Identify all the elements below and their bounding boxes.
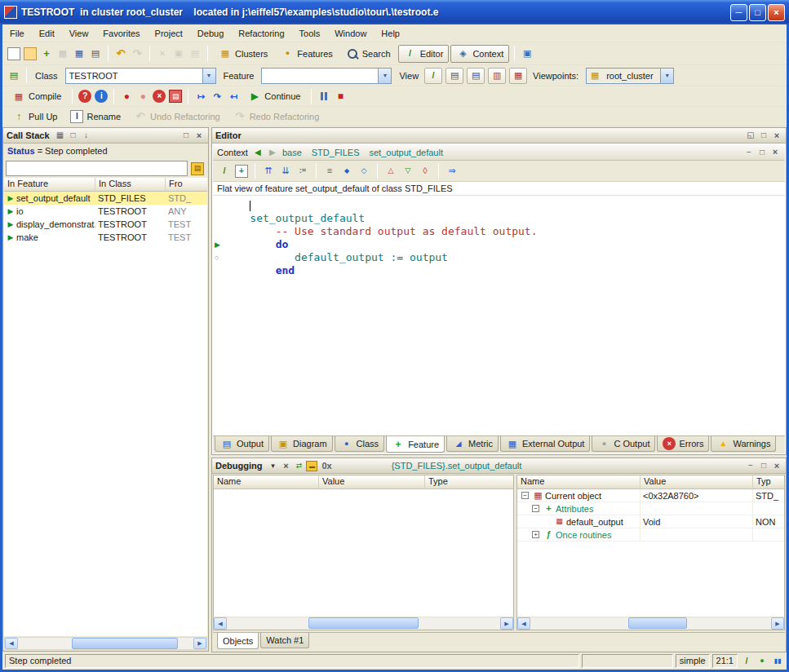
scroll-track[interactable]: [227, 617, 500, 630]
context-button[interactable]: ◈Context: [450, 45, 509, 63]
call-stack-row[interactable]: ▶makeTESTROOTTEST: [4, 231, 207, 244]
minimize-button[interactable]: ─: [730, 4, 747, 21]
menu-favorites[interactable]: Favorites: [95, 26, 147, 41]
menu-help[interactable]: Help: [374, 26, 407, 41]
viewpoints-combo[interactable]: ▦root_cluster▼: [586, 68, 674, 84]
editor-tab-feature[interactable]: +Feature: [386, 436, 445, 453]
breakpoint-slot[interactable]: ○: [215, 251, 219, 264]
collapse-expander-icon[interactable]: −: [532, 505, 539, 512]
save-icon[interactable]: ▦: [56, 47, 69, 60]
call-stack-column-in-feature[interactable]: In Feature: [4, 178, 95, 192]
editor-titlebar[interactable]: Editor ◱□×: [212, 128, 786, 144]
contract-view-icon-button[interactable]: ▦: [509, 68, 527, 84]
homonyms-icon[interactable]: ◊: [419, 165, 432, 178]
rename-button[interactable]: IRename: [64, 108, 126, 126]
watch-column-name[interactable]: Name: [214, 475, 319, 489]
float-panel-icon[interactable]: ◱: [745, 130, 756, 141]
feature-combo[interactable]: ▼: [261, 68, 392, 84]
interface-view-tool-icon[interactable]: ◇: [357, 165, 370, 178]
memory-icon[interactable]: ▮▮: [771, 655, 784, 668]
remove-breakpoints-icon[interactable]: ×: [153, 90, 166, 103]
watch-column-type[interactable]: Type: [425, 475, 513, 489]
current-line-arrow[interactable]: ▶: [215, 238, 220, 251]
class-combo-dropdown-icon[interactable]: ▼: [202, 69, 215, 83]
close-panel-icon[interactable]: ×: [771, 461, 782, 471]
assigners-icon[interactable]: :=: [296, 165, 309, 178]
scroll-left-button[interactable]: ◀: [214, 617, 227, 630]
object-tree-row[interactable]: +ƒOnce routines: [517, 528, 784, 542]
editor-tab-metric[interactable]: ◢Metric: [446, 436, 499, 452]
close-tool-icon[interactable]: ×: [280, 461, 291, 471]
min-panel-icon[interactable]: −: [743, 147, 755, 157]
scroll-left-button[interactable]: ◀: [517, 617, 530, 630]
code-text[interactable]: set_output_default -- Use standard outpu…: [224, 196, 785, 435]
flat-view-tool-icon[interactable]: ≡: [323, 165, 336, 178]
object-tree-row[interactable]: −+Attributes: [517, 502, 784, 515]
new-file-icon[interactable]: [7, 47, 20, 60]
compile-button[interactable]: ▦Compile: [7, 87, 67, 105]
editor-tab-class[interactable]: ●Class: [335, 436, 385, 452]
title-bar[interactable]: TESTROOT in cluster root_cluster located…: [0, 0, 789, 24]
editor-tab-output[interactable]: ▤Output: [215, 436, 269, 452]
scroll-left-button[interactable]: ◀: [5, 638, 18, 649]
breadcrumb-std-files[interactable]: STD_FILES: [312, 148, 360, 157]
undo-icon[interactable]: ↶: [114, 47, 127, 60]
editor-tab-warnings[interactable]: ▲Warnings: [711, 436, 776, 452]
scroll-thumb[interactable]: [308, 617, 419, 629]
watch-column-value[interactable]: Value: [319, 475, 425, 489]
editor-tab-c-output[interactable]: ●C Output: [592, 436, 655, 452]
scroll-track[interactable]: [18, 638, 193, 649]
open-new-editor-icon[interactable]: +: [235, 165, 248, 178]
close-panel-icon[interactable]: ×: [193, 130, 205, 141]
call-stack-column-in-class[interactable]: In Class: [95, 178, 166, 192]
scroll-thumb[interactable]: [628, 617, 687, 629]
object-column-typ[interactable]: Typ: [753, 475, 784, 489]
call-stack-row[interactable]: ▶set_output_defaultSTD_FILESSTD_: [4, 192, 207, 205]
edit-view-icon-button[interactable]: /: [424, 68, 442, 84]
descendants-icon[interactable]: ▽: [401, 165, 414, 178]
callers-icon[interactable]: ⇈: [262, 165, 275, 178]
editor-tab-errors[interactable]: ×Errors: [657, 436, 709, 452]
scroll-right-button[interactable]: ▶: [500, 617, 513, 630]
save-call-stack-icon[interactable]: ▦: [55, 130, 66, 141]
close-panel-icon[interactable]: ×: [771, 130, 782, 141]
maximize-button[interactable]: □: [749, 4, 766, 21]
continue-button[interactable]: ▶Continue: [242, 87, 306, 105]
pin-panel-icon[interactable]: □: [68, 130, 79, 141]
class-tool-icon[interactable]: ▤: [7, 69, 20, 82]
edit-feature-icon[interactable]: /: [218, 165, 231, 178]
undo-refactoring-button[interactable]: ↶Undo Refactoring: [128, 108, 226, 126]
new-class-icon[interactable]: +: [40, 47, 53, 60]
breadcrumb-set-output-default[interactable]: set_output_default: [369, 148, 443, 157]
info-icon[interactable]: i: [95, 90, 108, 103]
menu-file[interactable]: File: [2, 26, 32, 41]
breakpoints-tool-icon[interactable]: ▤: [169, 90, 182, 103]
help-breakpoint-icon[interactable]: ?: [78, 90, 91, 103]
redo-icon[interactable]: ↷: [131, 47, 144, 60]
cut-icon[interactable]: ×: [156, 47, 169, 60]
new-window-icon[interactable]: ▣: [521, 47, 534, 60]
max-panel-icon[interactable]: □: [758, 130, 769, 141]
max-panel-icon[interactable]: □: [758, 461, 769, 471]
horizontal-scrollbar[interactable]: ◀▶: [517, 617, 784, 630]
debug-tab-objects[interactable]: Objects: [217, 633, 259, 649]
breadcrumb-base[interactable]: base: [282, 148, 302, 157]
object-tree-row[interactable]: −▦Current object<0x32A8760>STD_: [517, 489, 784, 502]
feature-combo-dropdown-icon[interactable]: ▼: [378, 69, 391, 83]
call-stack-filter-input[interactable]: [6, 161, 188, 176]
object-column-value[interactable]: Value: [641, 475, 753, 489]
hex-format-toggle[interactable]: 0x: [321, 461, 331, 471]
object-column-name[interactable]: Name: [517, 475, 641, 489]
debugging-titlebar[interactable]: Debugging ▾×⇄▬ 0x {STD_FILES}.set_output…: [212, 458, 786, 474]
open-file-icon[interactable]: [24, 47, 37, 60]
copy-icon[interactable]: ▣: [172, 47, 185, 60]
menu-project[interactable]: Project: [148, 26, 190, 41]
scroll-right-button[interactable]: ▶: [193, 638, 206, 649]
edit-mode-icon[interactable]: /: [740, 655, 753, 668]
max-panel-icon[interactable]: □: [756, 147, 768, 157]
object-tree-body[interactable]: −▦Current object<0x32A8760>STD_−+Attribu…: [517, 489, 784, 617]
call-stack-row[interactable]: ▶display_demonstrat...TESTROOTTEST: [4, 218, 207, 231]
editor-tab-diagram[interactable]: ▣Diagram: [271, 436, 333, 452]
call-stack-column-fro[interactable]: Fro: [166, 178, 207, 192]
pull-up-button[interactable]: ↑Pull Up: [7, 108, 63, 126]
